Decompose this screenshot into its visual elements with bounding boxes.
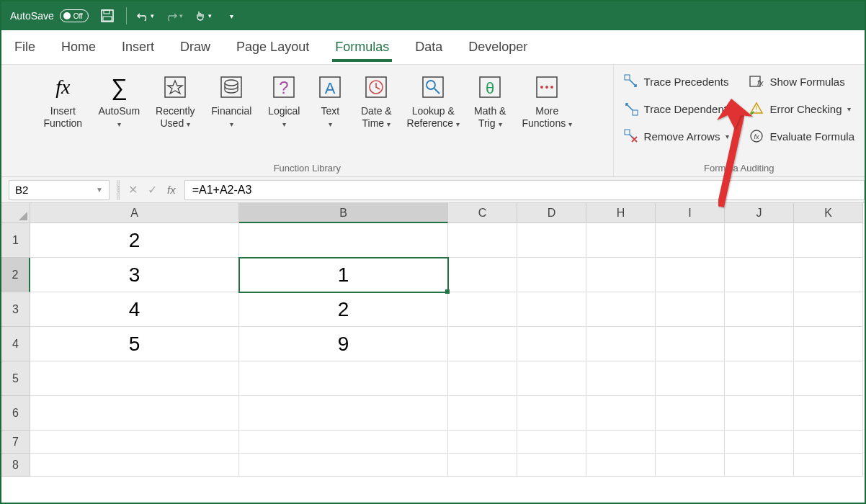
row-header-6[interactable]: 6 [1,396,30,431]
cell-B1[interactable] [239,223,448,258]
cell-D2[interactable] [517,258,586,292]
col-header-B[interactable]: B [239,203,448,223]
cell-B4[interactable]: 9 [239,327,448,361]
trace-precedents-button[interactable]: Trace Precedents [624,71,733,92]
cell-J2[interactable] [725,258,794,292]
touch-mode-button[interactable]: ▾ [193,6,213,26]
cell-I4[interactable] [656,327,725,361]
cell-C2[interactable] [448,258,517,292]
cell-H1[interactable] [586,223,656,258]
cell-J8[interactable] [725,454,794,477]
customize-qat-button[interactable]: ▾ [222,6,242,26]
name-box[interactable]: B2 ▼ [9,180,110,200]
tab-file[interactable]: File [12,32,38,62]
col-header-I[interactable]: I [656,203,725,223]
cell-C3[interactable] [448,292,517,327]
recently-used-button[interactable]: Recently Used ▾ [149,69,201,161]
cell-A6[interactable] [30,396,239,431]
cell-H7[interactable] [586,431,656,454]
toggle-switch[interactable]: Off [60,9,89,22]
show-formulas-button[interactable]: fx Show Formulas [749,71,854,92]
cell-J7[interactable] [725,431,794,454]
cell-A1[interactable]: 2 [30,223,239,258]
cell-A2[interactable]: 3 [30,258,239,292]
cell-H5[interactable] [586,361,656,396]
cell-B6[interactable] [239,396,448,431]
cell-J6[interactable] [725,396,794,431]
tab-page-layout[interactable]: Page Layout [233,32,312,62]
cell-I8[interactable] [656,454,725,477]
row-header-7[interactable]: 7 [1,431,30,454]
cell-J4[interactable] [725,327,794,361]
cell-C8[interactable] [448,454,517,477]
cell-K7[interactable] [794,431,863,454]
cell-I2[interactable] [656,258,725,292]
save-icon[interactable] [97,6,117,26]
cancel-icon[interactable]: ✕ [128,183,138,197]
cell-K6[interactable] [794,396,863,431]
math-trig-button[interactable]: θ Math & Trig ▾ [468,69,512,161]
logical-button[interactable]: ? Logical▾ [262,69,306,161]
row-header-1[interactable]: 1 [1,223,30,258]
autosum-button[interactable]: ∑ AutoSum▾ [93,69,145,161]
enter-icon[interactable]: ✓ [148,183,157,197]
cell-A5[interactable] [30,361,239,396]
cell-I3[interactable] [656,292,725,327]
cell-C4[interactable] [448,327,517,361]
cell-A8[interactable] [30,454,239,477]
cell-A4[interactable]: 5 [30,327,239,361]
cell-B7[interactable] [239,431,448,454]
cell-D3[interactable] [517,292,586,327]
cell-D4[interactable] [517,327,586,361]
cell-H8[interactable] [586,454,656,477]
cell-K2[interactable] [794,258,863,292]
tab-insert[interactable]: Insert [119,32,157,62]
evaluate-formula-button[interactable]: fx Evaluate Formula [749,125,854,147]
tab-draw[interactable]: Draw [177,32,213,62]
cell-C5[interactable] [448,361,517,396]
cell-B8[interactable] [239,454,448,477]
formula-input[interactable]: =A1+A2-A3 [184,180,865,200]
cell-K4[interactable] [794,327,863,361]
col-header-C[interactable]: C [448,203,517,223]
chevron-down-icon[interactable]: ▼ [96,186,103,194]
cell-C1[interactable] [448,223,517,258]
cell-B2[interactable]: 1 [239,258,448,292]
cell-C6[interactable] [448,396,517,431]
cell-B5[interactable] [239,361,448,396]
cell-H4[interactable] [586,327,656,361]
error-checking-button[interactable]: ! Error Checking ▾ [749,98,854,120]
tab-developer[interactable]: Developer [465,32,530,62]
cell-I5[interactable] [656,361,725,396]
fx-icon[interactable]: fx [167,184,176,196]
cell-A3[interactable]: 4 [30,292,239,327]
cell-B3[interactable]: 2 [239,292,448,327]
lookup-reference-button[interactable]: Lookup & Reference ▾ [403,69,463,161]
cell-I6[interactable] [656,396,725,431]
insert-function-button[interactable]: fx Insert Function [37,69,89,161]
cell-H3[interactable] [586,292,656,327]
cell-K1[interactable] [794,223,863,258]
cell-I7[interactable] [656,431,725,454]
row-header-8[interactable]: 8 [1,454,30,477]
redo-button[interactable]: ▾ [164,6,184,26]
more-functions-button[interactable]: More Functions ▾ [517,69,577,161]
cell-K5[interactable] [794,361,863,396]
cell-D1[interactable] [517,223,586,258]
tab-home[interactable]: Home [58,32,99,62]
col-header-D[interactable]: D [517,203,586,223]
cell-D6[interactable] [517,396,586,431]
date-time-button[interactable]: Date & Time ▾ [354,69,398,161]
financial-button[interactable]: Financial▾ [205,69,257,161]
col-header-H[interactable]: H [586,203,656,223]
col-header-K[interactable]: K [794,203,863,223]
cell-D7[interactable] [517,431,586,454]
cell-J1[interactable] [725,223,794,258]
cell-K3[interactable] [794,292,863,327]
row-header-5[interactable]: 5 [1,361,30,396]
select-all-corner[interactable] [1,203,30,223]
cell-D8[interactable] [517,454,586,477]
row-header-3[interactable]: 3 [1,292,30,327]
cell-C7[interactable] [448,431,517,454]
remove-arrows-button[interactable]: Remove Arrows ▾ [624,125,733,147]
